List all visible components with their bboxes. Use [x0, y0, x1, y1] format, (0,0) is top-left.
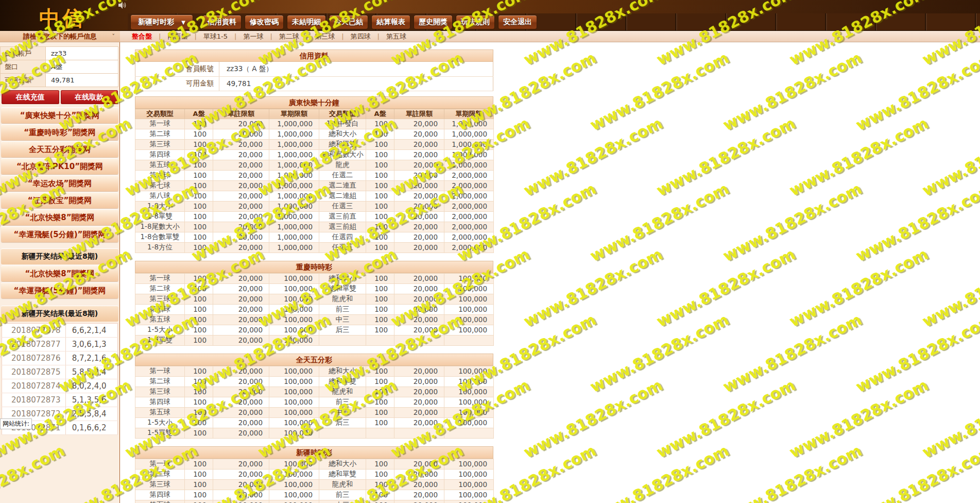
limit-value-cell: 20,000 [213, 242, 269, 253]
limit-value-cell: 100 [366, 119, 394, 129]
limit-value-cell: 100 [366, 304, 394, 314]
limit-value-cell: 100 [185, 242, 213, 253]
limit-value-cell [394, 428, 444, 438]
limit-value-cell: 1,000,000 [269, 191, 319, 201]
column-header: A盤 [366, 109, 394, 119]
nav-button-結算報表[interactable]: 結算報表 [371, 15, 410, 29]
limit-row: 1-5單雙10020,000100,000 [135, 428, 494, 438]
bet-type-cell: 總和大小 [319, 273, 366, 283]
limit-row: 第二球10020,0001,000,000總和大小10020,0001,000,… [135, 129, 494, 139]
bet-type-cell: 第七球 [135, 180, 185, 191]
panel-title-新疆時時彩: 新疆時時彩 [135, 446, 493, 459]
sidebar-link[interactable]: “北京赛车PK10”開獎网 [1, 158, 118, 174]
draw-numbers: 8,0,2,4,0 [65, 379, 117, 393]
limit-value-cell: 100,000 [444, 283, 494, 294]
bet-type-cell: 1-8大小 [135, 201, 185, 211]
draw-result-row: 20180728755,8,5,2,4 [2, 365, 118, 379]
limit-value-cell: 100 [185, 459, 213, 469]
tab-整合盤[interactable]: 整合盤 [125, 32, 159, 41]
bet-type-cell: 總和單雙 [319, 469, 366, 479]
limit-value-cell: 1,000,000 [444, 139, 494, 149]
bet-type-cell: 中三 [319, 500, 366, 503]
sidebar-link[interactable]: “北京快樂8”開獎网 [1, 265, 118, 281]
sidebar-link[interactable]: “江苏骰宝”開獎网 [1, 192, 118, 208]
limit-value-cell: 100 [185, 387, 213, 397]
tab-兩面盤[interactable]: 兩面盤 [161, 32, 194, 41]
bet-type-cell: 第二球 [135, 283, 185, 294]
sidebar-link[interactable]: “幸運飛艇(5分鐘)”開獎网 [1, 226, 118, 242]
wallet-button-在线取款[interactable]: 在线取款 [61, 90, 118, 104]
tab-第二球[interactable]: 第二球 [272, 32, 306, 41]
limit-value-cell: 20,000 [213, 407, 269, 417]
tab-單球1-5[interactable]: 單球1-5 [197, 32, 234, 41]
limit-value-cell: 20,000 [394, 314, 444, 325]
nav-button-信用資料[interactable]: 信用資料 [202, 15, 242, 29]
tab-第一球[interactable]: 第一球 [236, 32, 270, 41]
bet-type-cell: 第三球 [135, 139, 185, 149]
limit-value-cell: 20,000 [394, 119, 444, 129]
limit-value-cell: 20,000 [394, 459, 444, 469]
limit-tables: 廣東快樂十分鐘交易類型A盤單註限額單期限額交易類型A盤單註限額單期限額第一球10… [135, 96, 493, 503]
draw-numbers: 5,8,5,2,4 [65, 365, 117, 379]
wallet-button-在线充值[interactable]: 在线充值 [2, 90, 59, 104]
draw-result-row: 20180728786,6,2,1,4 [2, 324, 118, 338]
limit-value-cell: 100 [185, 160, 213, 170]
bet-type-cell: 第二球 [135, 469, 185, 479]
limit-value-cell: 20,000 [394, 294, 444, 304]
credit-row-label: 可用金額 [135, 76, 219, 91]
sidebar-link[interactable]: “幸運飛艇(5分鐘)”開獎网 [1, 282, 118, 298]
lottery-select-dropdown[interactable]: 新疆时时彩▼ [130, 14, 193, 30]
bet-type-cell: 1-5大小 [135, 417, 185, 428]
limit-value-cell: 20,000 [213, 387, 269, 397]
limit-value-cell: 1,000,000 [269, 119, 319, 129]
limit-value-cell: 20,000 [213, 366, 269, 376]
account-row: 盤口A盤 [1, 60, 118, 74]
chevron-collapse-icon[interactable]: ˅ [112, 33, 115, 40]
limit-value-cell: 100 [185, 325, 213, 335]
limit-value-cell: 100,000 [444, 376, 494, 387]
nav-button-今天已結[interactable]: 今天已結 [329, 15, 368, 29]
limit-row: 第三球10020,0001,000,000總和單雙10020,0001,000,… [135, 139, 494, 149]
tab-第四球[interactable]: 第四球 [344, 32, 377, 41]
nav-button-安全退出[interactable]: 安全退出 [498, 15, 537, 29]
limit-value-cell: 100 [366, 314, 394, 325]
limit-row: 1-5大小10020,000100,000后三10020,000100,000 [135, 417, 494, 428]
tab-第三球[interactable]: 第三球 [308, 32, 341, 41]
bet-type-cell: 第五球 [135, 500, 185, 503]
limit-value-cell: 20,000 [394, 407, 444, 417]
play-tabs: 整合盤|兩面盤|單球1-5|第一球|第二球|第三球|第四球|第五球 [120, 31, 413, 42]
credit-info-panel: 信用資料 會員帳號zz33（ A 盤）可用金額49,781 [135, 49, 493, 91]
account-row-value: A盤 [46, 60, 118, 74]
nav-button-未結明細[interactable]: 未結明細 [287, 15, 326, 29]
limit-value-cell: 100 [185, 428, 213, 438]
bet-type-cell [319, 335, 366, 345]
bet-type-cell: 任選二 [319, 170, 366, 180]
bet-type-cell: 龍虎和 [319, 479, 366, 490]
tab-第五球[interactable]: 第五球 [380, 32, 413, 41]
nav-button-修改密碼[interactable]: 修改密碼 [245, 15, 284, 29]
sidebar-link[interactable]: “重慶時時彩”開獎网 [1, 124, 118, 140]
sidebar-link[interactable]: “北京快樂8”開獎网 [1, 209, 118, 225]
limit-value-cell: 100,000 [269, 407, 319, 417]
limit-row: 第三球10020,000100,000龍虎和10020,000100,000 [135, 294, 494, 304]
bet-type-cell: 第八球 [135, 191, 185, 201]
limit-value-cell: 20,000 [394, 387, 444, 397]
limit-value-cell: 20,000 [394, 191, 444, 201]
nav-button-玩法規則[interactable]: 玩法規則 [456, 15, 495, 29]
column-header: 單註限額 [213, 109, 269, 119]
limit-value-cell: 20,000 [213, 232, 269, 242]
limit-value-cell: 100,000 [444, 479, 494, 490]
limit-value-cell: 100,000 [269, 304, 319, 314]
sidebar-link[interactable]: “廣東快樂十分”開獎网 [1, 107, 118, 123]
limit-value-cell: 20,000 [394, 180, 444, 191]
account-row-label: 盤口 [1, 60, 46, 74]
credit-row: 會員帳號zz33（ A 盤） [135, 62, 493, 76]
sidebar-link[interactable]: “幸运农场”開獎网 [1, 175, 118, 191]
limit-value-cell: 20,000 [394, 149, 444, 160]
limit-value-cell [366, 428, 394, 438]
limit-value-cell: 100,000 [269, 325, 319, 335]
nav-button-歷史開獎[interactable]: 歷史開獎 [414, 15, 453, 29]
limit-value-cell: 20,000 [213, 211, 269, 222]
sidebar-link[interactable]: 全天五分彩開獎网 [1, 141, 118, 157]
panel-title-credit: 信用資料 [135, 49, 493, 62]
